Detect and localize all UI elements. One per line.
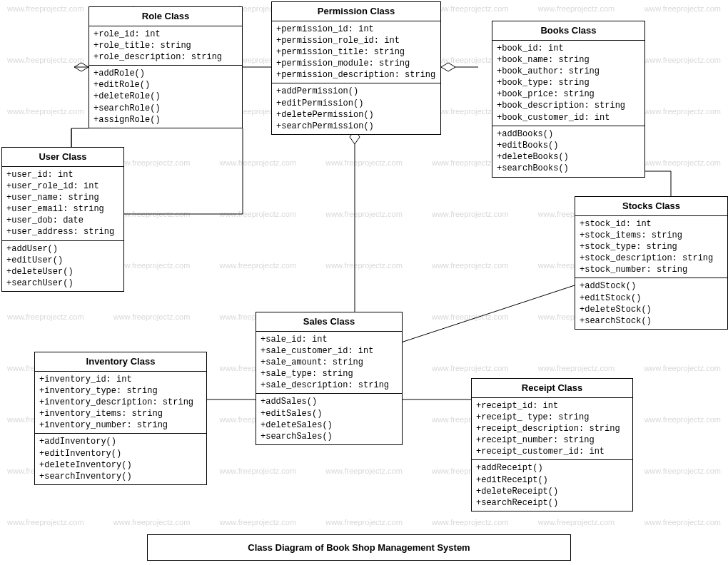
class-line: +searchUser(): [6, 278, 119, 289]
class-line: +permission_id: int: [276, 24, 436, 35]
watermark-text: www.freeprojectz.com: [644, 4, 721, 13]
class-line: +deleteInventory(): [39, 459, 202, 471]
class-line: +sale_amount: string: [261, 357, 398, 368]
svg-line-6: [401, 285, 575, 342]
class-line: +editReceipt(): [476, 474, 628, 486]
class-books: Books Class +book_id: int+book_name: str…: [492, 21, 645, 178]
class-line: +searchRole(): [93, 103, 238, 114]
watermark-text: www.freeprojectz.com: [113, 210, 191, 218]
class-line: +stock_id: int: [580, 218, 723, 230]
watermark-text: www.freeprojectz.com: [432, 364, 509, 372]
uml-canvas: www.freeprojectz.comwww.freeprojectz.com…: [0, 0, 728, 565]
class-line: +editInventory(): [39, 448, 202, 459]
watermark-text: www.freeprojectz.com: [538, 518, 615, 526]
class-line: +book_type: string: [497, 77, 640, 88]
class-line: +addRole(): [93, 68, 238, 79]
class-line: +deleteReceipt(): [476, 486, 628, 497]
class-ops: +addBooks()+editBooks()+deleteBooks()+se…: [492, 126, 644, 177]
class-attrs: +book_id: int+book_name: string+book_aut…: [492, 41, 644, 126]
class-line: +addBooks(): [497, 128, 640, 140]
class-title: Sales Class: [256, 312, 402, 332]
watermark-text: www.freeprojectz.com: [113, 158, 191, 167]
watermark-text: www.freeprojectz.com: [113, 261, 191, 270]
watermark-text: www.freeprojectz.com: [325, 210, 403, 218]
class-line: +deleteRole(): [93, 91, 238, 102]
class-line: +searchPermission(): [276, 121, 436, 132]
watermark-text: www.freeprojectz.com: [7, 56, 84, 64]
watermark-text: www.freeprojectz.com: [644, 107, 721, 116]
watermark-text: www.freeprojectz.com: [644, 56, 721, 64]
class-title: Permission Class: [272, 2, 440, 21]
class-title: Stocks Class: [575, 197, 727, 216]
class-line: +sale_description: string: [261, 380, 398, 391]
class-line: +book_description: string: [497, 100, 640, 111]
class-line: +addReceipt(): [476, 462, 628, 474]
class-line: +inventory_id: int: [39, 374, 202, 385]
watermark-text: www.freeprojectz.com: [325, 518, 403, 526]
class-line: +editSales(): [261, 408, 398, 419]
class-line: +inventory_number: string: [39, 419, 202, 431]
watermark-text: www.freeprojectz.com: [325, 467, 403, 475]
class-line: +searchInventory(): [39, 471, 202, 482]
class-line: +user_role_id: int: [6, 180, 119, 192]
class-attrs: +role_id: int+role_title: string+role_de…: [89, 26, 242, 66]
class-attrs: +user_id: int+user_role_id: int+user_nam…: [2, 167, 123, 241]
class-stocks: Stocks Class +stock_id: int+stock_items:…: [575, 196, 728, 330]
class-line: +inventory_type: string: [39, 385, 202, 397]
class-line: +sale_customer_id: int: [261, 345, 398, 357]
class-line: +deleteSales(): [261, 419, 398, 431]
class-line: +permission_role_id: int: [276, 35, 436, 46]
class-ops: +addStock()+editStock()+deleteStock()+se…: [575, 278, 727, 329]
class-line: +permission_module: string: [276, 58, 436, 69]
watermark-text: www.freeprojectz.com: [432, 312, 509, 321]
class-line: +deleteUser(): [6, 266, 119, 278]
class-line: +addSales(): [261, 396, 398, 407]
watermark-text: www.freeprojectz.com: [219, 210, 296, 218]
class-line: +book_author: string: [497, 66, 640, 77]
diagram-title: Class Diagram of Book Shop Management Sy…: [147, 534, 571, 561]
watermark-text: www.freeprojectz.com: [219, 261, 296, 270]
class-ops: +addRole()+editRole()+deleteRole()+searc…: [89, 66, 242, 128]
class-line: +receipt_number: string: [476, 434, 628, 446]
watermark-text: www.freeprojectz.com: [7, 4, 84, 13]
watermark-text: www.freeprojectz.com: [325, 261, 403, 270]
class-title: User Class: [2, 148, 123, 167]
watermark-text: www.freeprojectz.com: [7, 107, 84, 116]
class-line: +addStock(): [580, 280, 723, 292]
class-line: +sale_type: string: [261, 368, 398, 380]
class-line: +addUser(): [6, 243, 119, 255]
watermark-text: www.freeprojectz.com: [432, 4, 509, 13]
watermark-text: www.freeprojectz.com: [538, 364, 615, 372]
watermark-text: www.freeprojectz.com: [644, 158, 721, 167]
class-line: +role_id: int: [93, 29, 238, 40]
class-title: Inventory Class: [35, 352, 206, 372]
class-attrs: +stock_id: int+stock_items: string+stock…: [575, 216, 727, 279]
class-ops: +addSales()+editSales()+deleteSales()+se…: [256, 394, 402, 444]
class-sales: Sales Class +sale_id: int+sale_customer_…: [256, 312, 403, 445]
class-permission: Permission Class +permission_id: int+per…: [271, 1, 441, 135]
class-line: +book_customer_id: int: [497, 112, 640, 123]
class-line: +addPermission(): [276, 86, 436, 97]
watermark-text: www.freeprojectz.com: [325, 158, 403, 167]
watermark-text: www.freeprojectz.com: [219, 518, 296, 526]
watermark-text: www.freeprojectz.com: [644, 364, 721, 372]
class-line: +deleteStock(): [580, 304, 723, 315]
class-line: +addInventory(): [39, 436, 202, 447]
class-title: Role Class: [89, 7, 242, 26]
class-user: User Class +user_id: int+user_role_id: i…: [1, 147, 124, 292]
class-line: +searchStock(): [580, 315, 723, 327]
watermark-text: www.freeprojectz.com: [219, 467, 296, 475]
class-role: Role Class +role_id: int+role_title: str…: [89, 6, 243, 128]
class-inventory: Inventory Class +inventory_id: int+inven…: [34, 352, 207, 485]
class-ops: +addInventory()+editInventory()+deleteIn…: [35, 434, 206, 484]
class-line: +user_address: string: [6, 226, 119, 238]
watermark-text: www.freeprojectz.com: [113, 518, 191, 526]
class-title: Books Class: [492, 21, 644, 41]
class-line: +user_id: int: [6, 169, 119, 180]
watermark-text: www.freeprojectz.com: [644, 518, 721, 526]
class-line: +stock_type: string: [580, 241, 723, 253]
class-line: +receipt_ type: string: [476, 412, 628, 423]
class-line: +sale_id: int: [261, 334, 398, 345]
class-line: +permission_title: string: [276, 46, 436, 58]
watermark-text: www.freeprojectz.com: [538, 4, 615, 13]
